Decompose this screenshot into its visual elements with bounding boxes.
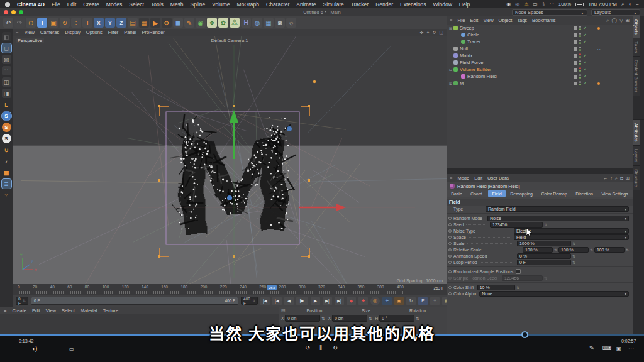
autokey-button[interactable]: ◎	[370, 297, 380, 305]
attribute-tab[interactable]: Coord.	[467, 190, 488, 197]
object-manager-menu-item[interactable]: Tags	[517, 18, 527, 23]
more-icon[interactable]: ⋯	[628, 344, 635, 351]
range-end-field[interactable]: 400 F⇅	[241, 297, 258, 305]
subtitles-icon[interactable]: ▭	[69, 346, 74, 352]
attribute-menu-item[interactable]: Mode	[457, 175, 469, 181]
goto-start-button[interactable]: |◀	[260, 297, 270, 305]
loop-period-input[interactable]: 0 F	[517, 260, 571, 265]
render-settings-icon[interactable]: ⚙	[162, 18, 172, 28]
make-editable-icon[interactable]: ◧	[2, 32, 11, 41]
material-menu-item[interactable]: Create	[12, 308, 26, 314]
object-manager-menu-item[interactable]: File	[457, 18, 465, 23]
layouts-dropdown[interactable]: Layouts ⌄	[591, 9, 640, 16]
stepper-icon[interactable]: ⇅	[321, 316, 325, 321]
menubar-clock[interactable]: Thu 7:00 PM	[588, 1, 617, 7]
vp-pan-icon[interactable]: ✛	[420, 30, 424, 35]
menubar-item[interactable]: Modes	[106, 1, 123, 8]
camera-label[interactable]: Default Camera 1	[13, 38, 447, 43]
app-menu[interactable]: Cinema 4D	[17, 1, 45, 8]
visibility-toggle[interactable]	[574, 75, 577, 79]
menubar-item[interactable]: Select	[129, 1, 144, 8]
panel-side-tab[interactable]: Objects	[633, 16, 640, 38]
metaball-icon[interactable]: ◍	[252, 18, 262, 28]
scale-input[interactable]: 1000 %	[517, 241, 571, 246]
attribute-tab[interactable]: Field	[488, 190, 506, 197]
enabled-check-icon[interactable]: ✓	[583, 81, 587, 86]
visibility-toggle[interactable]	[574, 26, 577, 30]
stepper-icon[interactable]: ⇅	[590, 248, 593, 252]
object-toggles[interactable]: ✓	[574, 26, 587, 31]
record-keyframe-button[interactable]: ◆	[347, 297, 356, 305]
relative-scale-x-input[interactable]: 100 %	[523, 247, 553, 253]
menubar-item[interactable]: Character	[266, 1, 289, 8]
help-icon[interactable]: ?	[2, 190, 11, 200]
volume-icon[interactable]: ◖)	[31, 345, 37, 352]
symmetry-icon[interactable]: H	[241, 18, 251, 28]
last-tool-icon[interactable]: ⁘	[71, 18, 81, 28]
visibility-toggle[interactable]	[574, 68, 577, 72]
object-manager-menu-item[interactable]: Edit	[470, 18, 478, 23]
goto-end-button[interactable]: ▶|	[335, 297, 344, 305]
menubar-item[interactable]: File	[52, 1, 60, 8]
panel-menu-icon[interactable]: ≡	[450, 175, 452, 181]
enabled-check-icon[interactable]: ✓	[583, 40, 587, 45]
polygon-mode-icon[interactable]: ◨	[2, 89, 11, 98]
stepper-icon[interactable]: ⇅	[626, 248, 629, 252]
tag-badge[interactable]	[597, 82, 600, 85]
material-menu-item[interactable]: Material	[80, 308, 97, 314]
expander-icon[interactable]: ⊞	[448, 81, 453, 85]
model-mode-icon[interactable]: ◻	[2, 43, 11, 53]
animation-dot[interactable]	[448, 261, 452, 264]
editor-render-dots[interactable]	[579, 81, 581, 85]
type-dropdown[interactable]: Random Field▾	[486, 206, 629, 212]
enabled-check-icon[interactable]: ✓	[583, 33, 587, 38]
viewport-menu-item[interactable]: Display	[65, 30, 80, 35]
animation-dot[interactable]	[448, 286, 452, 289]
workplane-snap-icon[interactable]: S	[2, 134, 11, 143]
undo-icon[interactable]: ↶	[3, 18, 13, 28]
collapse-panel-icon[interactable]: ‹	[2, 156, 11, 166]
object-manager-menu-item[interactable]: View	[483, 18, 493, 23]
panel-side-tab[interactable]: Structure	[633, 166, 640, 190]
animation-dot[interactable]	[448, 242, 452, 245]
spotlight-icon[interactable]: ⌕	[621, 1, 624, 8]
animation-dot[interactable]	[448, 270, 452, 273]
record-scale-button[interactable]: ▣	[394, 297, 404, 305]
object-row[interactable]: ⊞ M ✓	[447, 80, 633, 87]
stepper-icon[interactable]: ⇅	[572, 254, 575, 258]
apple-icon[interactable]	[5, 2, 10, 7]
animation-dot[interactable]	[448, 217, 452, 220]
viewport-menu-item[interactable]: Filter	[108, 30, 119, 35]
menubar-item[interactable]: Window	[433, 1, 452, 8]
random-mode-dropdown[interactable]: Noise▾	[487, 216, 629, 221]
attribute-tab[interactable]: Basic	[447, 190, 466, 197]
magnet-icon[interactable]: ∪	[2, 145, 11, 155]
visibility-toggle[interactable]	[574, 40, 577, 44]
playhead[interactable]: 263	[267, 285, 277, 290]
visibility-toggle[interactable]	[574, 61, 577, 65]
axis-mode-icon[interactable]: L	[2, 100, 11, 109]
viewport-menu-item[interactable]: ProRender	[142, 30, 165, 35]
panel-side-tab[interactable]: Layers	[633, 146, 640, 166]
range-start-field[interactable]: 0 F⇅	[16, 297, 28, 305]
edge-mode-icon[interactable]: ◫	[2, 77, 11, 87]
stepper-icon[interactable]: ⇅	[544, 222, 547, 227]
attribute-tab[interactable]: Direction	[572, 190, 597, 197]
layers-icon[interactable]: ≣	[2, 179, 11, 189]
object-row[interactable]: ⊟ Volume Builder ✓	[447, 66, 633, 73]
object-toggles[interactable]: ✓	[574, 33, 587, 38]
expander-icon[interactable]: ⊟	[448, 26, 453, 30]
object-toggles[interactable]: ✓	[574, 40, 587, 45]
stepper-icon[interactable]: ⇅	[369, 316, 372, 321]
filter-circle-icon[interactable]: ◯	[612, 18, 617, 24]
menubar-item[interactable]: Simulate	[323, 1, 344, 8]
menubar-item[interactable]: Render	[375, 1, 393, 8]
vp-maximize-icon[interactable]: ◱	[439, 30, 443, 35]
rewind-10-icon[interactable]: ↺	[305, 344, 310, 351]
animation-dot[interactable]	[448, 248, 452, 251]
object-row[interactable]: Random Field ✓	[447, 73, 633, 80]
workplane-icon[interactable]: ▦	[2, 168, 11, 177]
panel-side-tab[interactable]: Content Browser	[633, 57, 640, 96]
tag-badge[interactable]	[597, 27, 600, 30]
add-icon[interactable]: ✛	[82, 18, 92, 28]
